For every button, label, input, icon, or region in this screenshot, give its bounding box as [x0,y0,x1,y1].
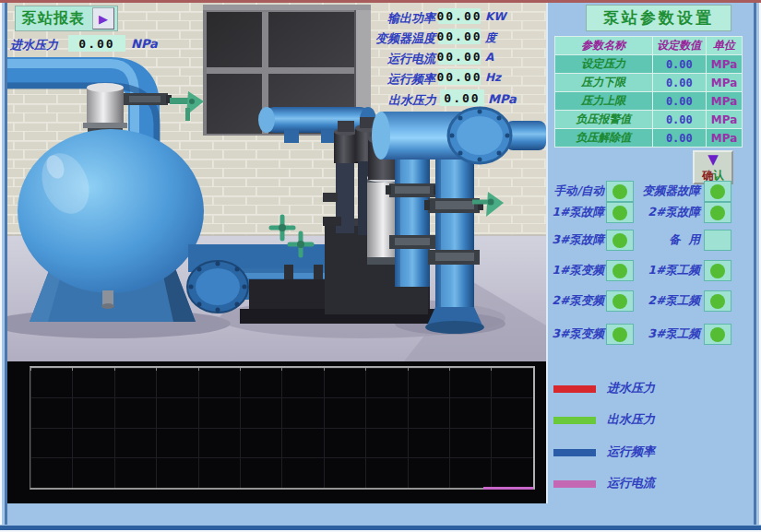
inverter-temp-unit: 度 [485,30,496,46]
report-button-label: 泵站报表 [22,9,85,29]
status-label: 1#泵变频 [547,263,604,278]
status-indicator-pump1-mains [704,260,731,281]
green-lamp-icon [710,206,725,220]
status-indicator-pump2-mains [704,290,731,312]
status-label: 1#泵故障 [547,205,604,220]
status-label: 2#泵工频 [636,293,700,309]
pump-station-hmi: 泵站报表 ▶ 进水压力 0.00 NPa 输出功率 00.00 KW 变频器温度… [0,0,761,532]
play-arrow-icon[interactable]: ▶ [92,7,114,30]
param-value-field[interactable]: 0.00 [652,129,707,148]
green-lamp-icon [612,206,627,220]
legend-swatch-outlet [553,417,596,424]
legend-item: 运行电流 [553,475,754,493]
legend-item: 出水压力 [553,411,754,430]
legend-swatch-inlet [553,385,596,393]
green-lamp-icon [710,294,725,309]
status-label: 3#泵工频 [636,326,700,342]
param-value-field[interactable]: 0.00 [652,111,707,129]
col-header-value: 设定数值 [652,37,707,55]
status-label: 2#泵变频 [547,293,604,309]
green-lamp-icon [710,264,725,278]
status-label: 1#泵工频 [636,263,700,278]
left-border [0,3,7,525]
col-header-unit: 单位 [707,37,743,55]
trend-chart [7,361,546,503]
table-row: 负压解除值 0.00 MPa [555,129,743,148]
status-label: 3#泵变频 [547,326,604,342]
bottom-border [0,525,761,532]
param-value-field[interactable]: 0.00 [652,92,707,111]
legend-label: 运行电流 [607,475,655,491]
run-current-label: 运行电流 [362,51,435,67]
green-lamp-icon [612,264,627,278]
status-indicator-pump1-fault [606,202,634,223]
status-indicator-pump2-vfd [606,290,634,312]
inlet-pressure-label: 进水压力 [10,37,58,53]
col-header-name: 参数名称 [555,37,653,55]
right-border [754,3,761,525]
param-value-field[interactable]: 0.00 [652,74,707,92]
run-frequency-value: 00.00 [438,69,481,85]
run-frequency-label: 运行频率 [362,71,435,88]
confirm-button[interactable]: ▼ 确认 [693,150,733,184]
status-label: 3#泵故障 [547,232,604,248]
status-indicator-pump1-vfd [606,260,634,281]
panel-title: 泵站参数设置 [586,5,731,31]
outlet-pressure-label: 出水压力 [388,92,436,109]
status-indicator-pump3-vfd [606,324,634,345]
table-row: 设定压力 0.00 MPa [555,55,743,74]
inverter-temp-value: 00.00 [438,29,481,44]
legend-swatch-current [553,480,596,488]
status-indicator-pump3-fault [606,230,634,251]
inlet-pressure-value: 0.00 [68,35,125,52]
output-power-label: 输出功率 [362,10,435,27]
green-lamp-icon [612,184,627,199]
param-value-field[interactable]: 0.00 [652,55,707,74]
legend-swatch-frequency [553,449,596,456]
silver-vent-cylinder [83,83,127,134]
table-row: 压力上限 0.00 MPa [555,92,743,111]
panel-separator [546,3,548,503]
confirm-arrow-icon: ▼ [707,153,719,167]
legend-item: 进水压力 [553,380,754,398]
status-label: 2#泵故障 [636,205,700,220]
run-current-unit: A [485,51,493,64]
run-current-trace [483,487,533,490]
outlet-pressure-value: 0.00 [440,89,484,106]
status-row: 1#泵故障 2#泵故障 [547,202,754,222]
status-label: 变频器故障 [636,183,700,199]
status-row: 3#泵故障 备 用 [547,230,754,250]
top-border [0,0,761,3]
status-label: 备 用 [636,232,700,248]
status-row: 3#泵变频 3#泵工频 [547,324,754,344]
status-indicator-spare [704,230,731,251]
parameter-table: 参数名称 设定数值 单位 设定压力 0.00 MPa 压力下限 0.00 MPa… [554,36,743,148]
status-row: 手动/自动 变频器故障 [547,181,754,201]
plot-ticks [30,368,533,371]
status-indicator-pump2-fault [704,202,731,223]
inverter-temp-label: 变频器温度 [362,30,435,47]
status-row: 1#泵变频 1#泵工频 [547,260,754,280]
green-lamp-icon [612,233,627,248]
legend-label: 出水压力 [607,411,655,428]
report-button[interactable]: 泵站报表 ▶ [15,6,118,31]
green-lamp-icon [612,327,627,342]
table-row: 压力下限 0.00 MPa [555,74,743,92]
run-current-value: 00.00 [438,49,481,65]
status-label: 手动/自动 [543,183,604,199]
inlet-pressure-unit: NPa [131,37,158,51]
trend-plot-area [30,366,535,490]
parameter-panel: 泵站参数设置 参数名称 设定数值 单位 设定压力 0.00 MPa 压力下限 0… [547,3,754,525]
green-lamp-icon [710,184,725,199]
legend-item: 运行频率 [553,443,754,462]
output-power-unit: KW [485,10,506,23]
status-indicator-manual-auto [606,181,634,202]
status-row: 2#泵变频 2#泵工频 [547,290,754,311]
green-lamp-icon [612,294,627,309]
output-power-value: 00.00 [438,8,481,24]
table-row: 负压报警值 0.00 MPa [555,111,743,129]
run-frequency-unit: Hz [485,71,501,84]
status-indicator-pump3-mains [704,324,731,345]
green-lamp-icon [710,327,725,342]
legend-label: 运行频率 [607,443,655,460]
